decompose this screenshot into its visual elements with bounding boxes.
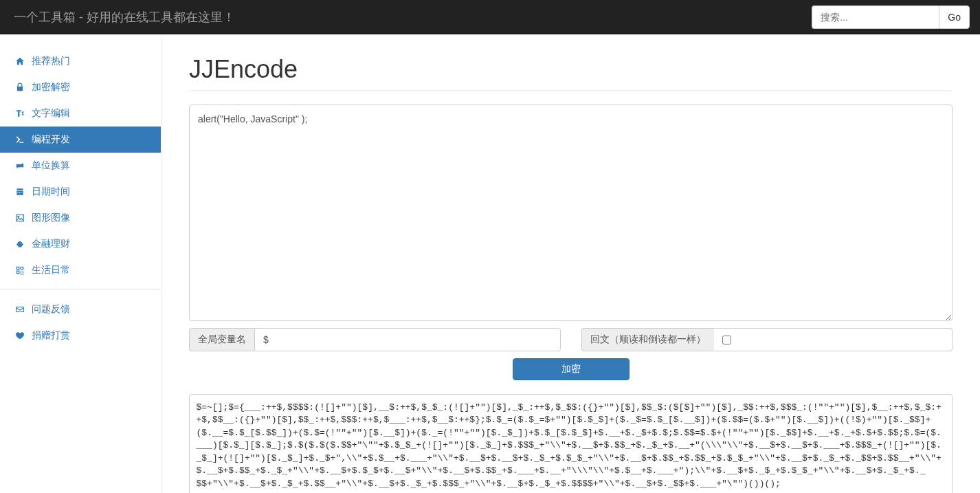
sidebar-item-label: 图形图像: [32, 212, 70, 224]
sidebar-item-coding[interactable]: 编程开发: [0, 127, 161, 153]
qrcode-icon: [14, 265, 26, 275]
sidebar-item-label: 文字编辑: [32, 107, 70, 120]
sidebar-item-label: 单位换算: [32, 160, 70, 172]
lock-icon: [14, 83, 26, 92]
terminal-icon: [14, 135, 26, 144]
palindrome-label: 回文（顺读和倒读都一样）: [581, 328, 714, 351]
search-input[interactable]: [812, 6, 939, 29]
heart-icon: [14, 331, 26, 340]
sidebar-item-feedback[interactable]: 问题反馈: [0, 296, 161, 322]
options-row: 全局变量名 回文（顺读和倒读都一样）: [189, 328, 953, 351]
sidebar-item-label: 编程开发: [32, 133, 70, 146]
calendar-icon: [14, 187, 26, 197]
sidebar-item-label: 金融理财: [32, 238, 70, 250]
sidebar-item-daily-life[interactable]: 生活日常: [0, 257, 161, 283]
encrypt-button[interactable]: 加密: [513, 358, 630, 380]
sidebar-item-recommended[interactable]: 推荐热门: [0, 48, 161, 74]
sidebar-item-unit-convert[interactable]: 单位换算: [0, 153, 161, 179]
code-input[interactable]: alert("Hello, JavaScript" );: [189, 105, 953, 321]
sidebar-item-label: 捐赠打赏: [32, 329, 70, 342]
encoded-output: $=~[];$={___:++$,$$$$:(![]+"")[$],__$:++…: [189, 394, 953, 493]
page-header: JJEncode: [189, 55, 953, 91]
sidebar-item-label: 日期时间: [32, 186, 70, 198]
page-title: JJEncode: [189, 55, 953, 84]
svg-rect-0: [16, 215, 24, 221]
sidebar-item-text-edit[interactable]: 文字编辑: [0, 100, 161, 127]
search-go-button[interactable]: Go: [939, 6, 970, 29]
envelope-icon: [14, 305, 26, 314]
encode-form: alert("Hello, JavaScript" ); 全局变量名 回文（顺读…: [189, 105, 953, 493]
transfer-icon: [14, 161, 26, 171]
global-var-label: 全局变量名: [189, 328, 254, 351]
sidebar-item-label: 加密解密: [32, 81, 70, 94]
sidebar-item-donate[interactable]: 捐赠打赏: [0, 322, 161, 349]
sidebar-item-finance[interactable]: 金融理财: [0, 231, 161, 257]
text-height-icon: [14, 109, 26, 118]
sidebar-item-image[interactable]: 图形图像: [0, 205, 161, 231]
search-form: Go: [812, 6, 970, 29]
sidebar-item-label: 问题反馈: [32, 303, 70, 316]
home-icon: [14, 56, 26, 66]
palindrome-checkbox-wrap: [714, 328, 953, 351]
brand-link[interactable]: 一个工具箱 - 好用的在线工具都在这里！: [10, 0, 238, 34]
sidebar-divider: [0, 289, 161, 290]
palindrome-checkbox[interactable]: [722, 336, 731, 344]
sidebar: 推荐热门 加密解密 文字编辑 编程开发 单位换算 日期时间 图形: [0, 34, 162, 493]
main-content: JJEncode alert("Hello, JavaScript" ); 全局…: [162, 34, 980, 493]
picture-icon: [14, 213, 26, 223]
svg-point-1: [18, 216, 19, 217]
sidebar-item-label: 推荐热门: [32, 55, 70, 67]
palindrome-group: 回文（顺读和倒读都一样）: [581, 328, 953, 351]
global-var-input[interactable]: [254, 328, 561, 351]
top-navbar: 一个工具箱 - 好用的在线工具都在这里！ Go: [0, 0, 980, 34]
global-var-group: 全局变量名: [189, 328, 561, 351]
piggy-bank-icon: [14, 239, 26, 249]
sidebar-item-encryption[interactable]: 加密解密: [0, 74, 161, 100]
sidebar-item-datetime[interactable]: 日期时间: [0, 179, 161, 205]
sidebar-item-label: 生活日常: [32, 264, 70, 276]
